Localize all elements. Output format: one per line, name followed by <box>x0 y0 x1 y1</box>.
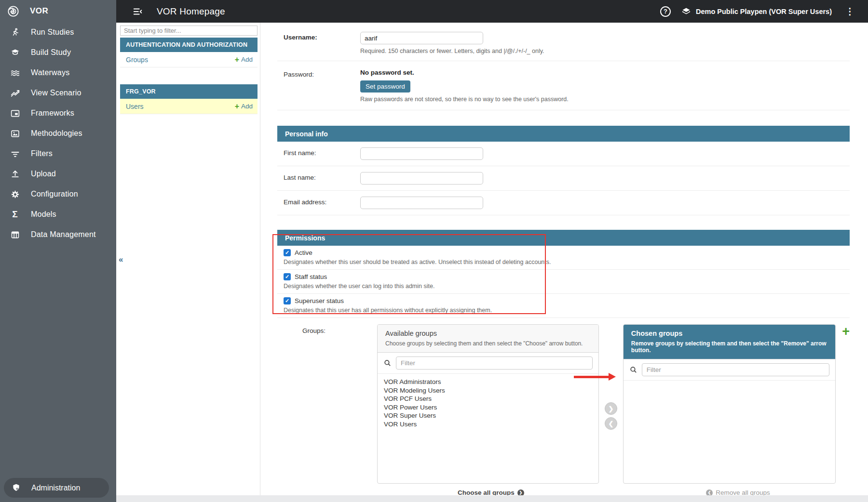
sidebar-item-methodologies[interactable]: Methodologies <box>0 123 116 144</box>
active-row: ✓ Active Designates whether this user sh… <box>277 246 850 270</box>
help-icon[interactable]: ? <box>660 6 671 17</box>
sidebar-item-configuration[interactable]: Configuration <box>0 184 116 204</box>
staff-status-label: Staff status <box>295 273 327 280</box>
active-help: Designates whether this user should be t… <box>284 259 850 265</box>
sidebar-item-filters[interactable]: Filters <box>0 144 116 164</box>
menu-fold-icon[interactable] <box>133 6 143 17</box>
choose-all-groups-link[interactable]: Choose all groups ❯ <box>377 489 605 495</box>
section-header-frg-vor: FRG_VOR <box>120 84 258 99</box>
superuser-status-row: ✓ Superuser status Designates that this … <box>277 294 850 318</box>
layers-icon <box>681 7 691 16</box>
sidebar-item-models[interactable]: Σ Models <box>0 204 116 225</box>
superuser-status-label: Superuser status <box>295 297 344 304</box>
last-name-row: Last name: <box>277 166 850 191</box>
available-groups-box: Available groups Choose groups by select… <box>377 324 599 484</box>
brand-name: VOR <box>30 6 48 16</box>
model-row-users: Users +Add <box>120 99 258 114</box>
add-user-link[interactable]: +Add <box>235 103 253 110</box>
sidebar-item-run-studies[interactable]: Run Studies <box>0 22 116 42</box>
user-change-form: Username: Required. 150 characters or fe… <box>260 23 868 495</box>
set-password-button[interactable]: Set password <box>360 80 410 92</box>
sidebar-item-label: Data Management <box>31 230 96 239</box>
username-row: Username: Required. 150 characters or fe… <box>277 23 850 61</box>
email-label: Email address: <box>284 197 360 209</box>
runner-icon <box>10 27 20 38</box>
group-option[interactable]: VOR PCF Users <box>384 395 598 403</box>
username-input[interactable] <box>360 32 483 44</box>
username-label: Username: <box>284 32 360 54</box>
superuser-status-help: Designates that this user has all permis… <box>284 307 850 314</box>
sidebar-item-label: Frameworks <box>31 109 74 118</box>
picture-in-picture-icon <box>10 108 20 119</box>
model-filter-input[interactable] <box>120 26 258 36</box>
kebab-menu-icon[interactable]: ⋮ <box>842 6 857 17</box>
filter-lines-icon <box>10 148 20 159</box>
selector-arrows: ❯ ❮ <box>599 324 623 484</box>
sidebar-item-waterways[interactable]: Waterways <box>0 63 116 83</box>
app-sidebar: VOR Run Studies Build Study Waterways Vi… <box>0 0 116 502</box>
vor-logo-icon <box>6 6 20 16</box>
chosen-groups-help: Remove groups by selecting them and then… <box>631 340 827 354</box>
tenant-label: Demo Public Playpen (VOR Super Users) <box>696 8 832 15</box>
sidebar-item-label: Waterways <box>31 68 69 77</box>
last-name-input[interactable] <box>360 172 483 185</box>
available-groups-list: VOR Administrators VOR Modeling Users VO… <box>378 374 598 483</box>
group-option[interactable]: VOR Power Users <box>384 403 598 412</box>
sidebar-item-label: Methodologies <box>31 129 82 138</box>
collapse-panel-icon[interactable]: « <box>119 255 123 264</box>
superuser-status-checkbox[interactable]: ✓ <box>284 297 291 304</box>
staff-status-help: Designates whether the user can log into… <box>284 283 850 290</box>
groups-field-row: Groups: Available groups Choose groups b… <box>277 324 850 484</box>
upload-icon <box>10 169 20 179</box>
last-name-label: Last name: <box>284 172 360 185</box>
sidebar-item-label: Configuration <box>31 190 78 198</box>
groups-label: Groups: <box>302 324 377 484</box>
remove-all-groups-link[interactable]: ❮ Remove all groups <box>629 489 847 495</box>
sidebar-item-frameworks[interactable]: Frameworks <box>0 103 116 123</box>
page-bottom-strip <box>116 495 868 502</box>
sidebar-item-view-scenario[interactable]: View Scenario <box>0 83 116 103</box>
add-group-link[interactable]: +Add <box>235 56 253 64</box>
arrow-left-circle-icon: ❮ <box>706 489 713 496</box>
chosen-filter-input[interactable] <box>642 363 829 376</box>
password-row: Password: No password set. Set password … <box>277 61 850 110</box>
choose-arrow-button[interactable]: ❯ <box>605 402 617 415</box>
sidebar-item-label: Run Studies <box>31 28 74 37</box>
search-icon <box>629 366 637 374</box>
groups-link[interactable]: Groups <box>126 56 148 64</box>
remove-arrow-button[interactable]: ❮ <box>605 417 617 430</box>
permissions-header: Permissions <box>277 230 850 246</box>
group-option[interactable]: VOR Administrators <box>384 378 598 386</box>
group-option[interactable]: VOR Modeling Users <box>384 386 598 395</box>
add-related-group-icon[interactable]: + <box>842 324 850 484</box>
sidebar-item-administration[interactable]: Administration <box>4 478 109 498</box>
image-icon <box>10 128 20 139</box>
plus-icon: + <box>235 56 239 64</box>
admin-shield-icon <box>11 483 21 493</box>
plus-icon: + <box>235 103 239 110</box>
password-help: Raw passwords are not stored, so there i… <box>360 96 569 103</box>
sidebar-item-data-management[interactable]: Data Management <box>0 225 116 245</box>
group-option[interactable]: VOR Super Users <box>384 411 598 420</box>
gear-icon <box>10 189 20 199</box>
chosen-groups-list <box>624 381 835 483</box>
model-row-groups: Groups +Add <box>120 52 258 67</box>
available-filter-input[interactable] <box>396 357 593 370</box>
password-status: No password set. <box>360 69 569 76</box>
sidebar-item-build-study[interactable]: Build Study <box>0 42 116 63</box>
active-label: Active <box>295 249 312 256</box>
brand-row[interactable]: VOR <box>0 0 116 22</box>
email-input[interactable] <box>360 197 483 209</box>
staff-status-checkbox[interactable]: ✓ <box>284 273 291 280</box>
users-link[interactable]: Users <box>126 103 144 110</box>
chosen-groups-title: Chosen groups <box>631 330 827 337</box>
group-option[interactable]: VOR Users <box>384 420 598 429</box>
email-row: Email address: <box>277 191 850 215</box>
first-name-input[interactable] <box>360 147 483 160</box>
available-groups-help: Choose groups by selecting them and then… <box>385 340 591 347</box>
tenant-switcher[interactable]: Demo Public Playpen (VOR Super Users) <box>681 7 832 16</box>
active-checkbox[interactable]: ✓ <box>284 249 291 256</box>
sidebar-item-label: Upload <box>31 170 56 178</box>
sidebar-item-upload[interactable]: Upload <box>0 164 116 184</box>
username-help: Required. 150 characters or fewer. Lette… <box>360 48 544 54</box>
